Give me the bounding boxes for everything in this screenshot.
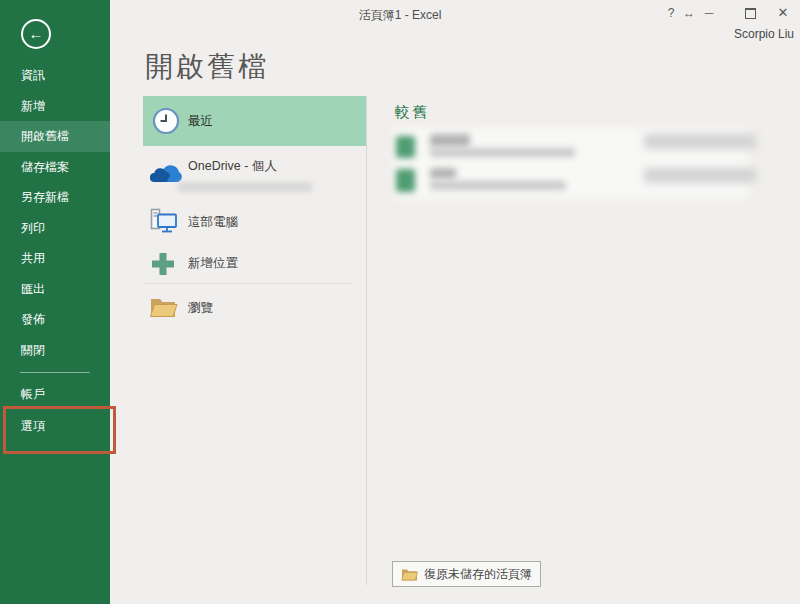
sidebar-item-print[interactable]: 列印 (0, 213, 110, 244)
blurred-file-date (644, 168, 756, 183)
sidebar-item-publish[interactable]: 發佈 (0, 304, 110, 335)
sidebar-nav: 資訊 新增 開啟舊檔 儲存檔案 另存新檔 列印 共用 匯出 發佈 關閉 (0, 60, 110, 365)
blurred-file-path (430, 181, 566, 190)
excel-file-icon (396, 136, 415, 158)
minimize-icon[interactable]: ─ (701, 5, 717, 21)
sidebar-item-open[interactable]: 開啟舊檔 (0, 121, 110, 152)
excel-file-icon (396, 169, 415, 192)
recover-unsaved-workbooks-button[interactable]: 復原未儲存的活頁簿 (392, 561, 541, 587)
sidebar-item-new[interactable]: 新增 (0, 91, 110, 122)
file-group-header: 較舊 (395, 103, 429, 122)
sidebar-divider (20, 372, 90, 373)
place-this-pc[interactable]: 這部電腦 (143, 200, 366, 244)
place-label: 最近 (188, 113, 213, 130)
column-separator (366, 96, 367, 585)
sidebar-item-account[interactable]: 帳戶 (0, 378, 110, 410)
places-divider (143, 283, 353, 284)
place-recent[interactable]: 最近 (143, 96, 366, 146)
close-icon[interactable]: ✕ (775, 5, 791, 21)
back-button[interactable]: ← (21, 19, 51, 49)
blurred-file-path (430, 148, 575, 157)
place-label: 瀏覽 (188, 300, 213, 317)
sidebar-item-close[interactable]: 關閉 (0, 335, 110, 366)
place-label: 新增位置 (188, 255, 238, 272)
blurred-file-name (430, 134, 470, 147)
browse-folder-icon (149, 295, 179, 323)
signed-in-user[interactable]: Scorpio Liu (734, 27, 794, 41)
blurred-file-date (644, 134, 756, 149)
place-label: 這部電腦 (188, 214, 238, 231)
sidebar-item-share[interactable]: 共用 (0, 243, 110, 274)
place-browse[interactable]: 瀏覽 (143, 290, 366, 326)
sidebar-footer: 帳戶 選項 (0, 378, 110, 442)
sidebar-item-export[interactable]: 匯出 (0, 274, 110, 305)
clock-icon (152, 107, 180, 139)
blurred-file-name (430, 168, 456, 179)
place-add-a-place[interactable]: 新增位置 (143, 246, 366, 280)
sidebar-item-save[interactable]: 儲存檔案 (0, 152, 110, 183)
place-label: OneDrive - 個人 (188, 158, 277, 175)
sidebar-item-info[interactable]: 資訊 (0, 60, 110, 91)
maximize-icon[interactable] (742, 5, 758, 21)
sidebar-item-options[interactable]: 選項 (0, 410, 110, 442)
add-place-icon (150, 251, 176, 281)
backstage-sidebar: ← 資訊 新增 開啟舊檔 儲存檔案 另存新檔 列印 共用 匯出 發佈 關閉 帳戶… (0, 0, 110, 604)
blurred-onedrive-account (178, 182, 312, 192)
help-icon[interactable]: ? (663, 5, 679, 21)
recover-button-label: 復原未儲存的活頁簿 (424, 566, 532, 583)
fullscreen-toggle-icon[interactable]: ↔ (681, 5, 697, 21)
window-title: 活頁簿1 - Excel (0, 7, 800, 24)
sidebar-item-save-as[interactable]: 另存新檔 (0, 182, 110, 213)
maximize-glyph (745, 8, 756, 19)
page-title: 開啟舊檔 (145, 48, 269, 86)
folder-icon (401, 568, 418, 581)
computer-icon (149, 207, 179, 239)
